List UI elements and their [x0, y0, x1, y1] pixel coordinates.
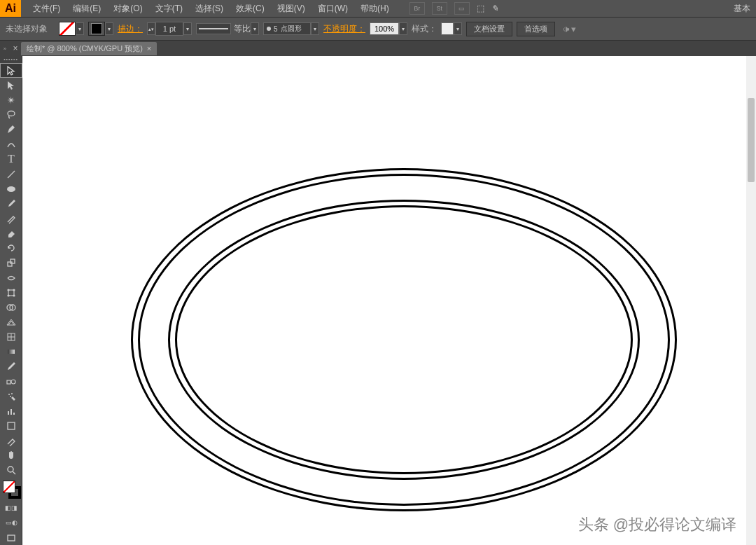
pencil-tool[interactable] — [0, 211, 22, 226]
svg-rect-3 — [8, 262, 12, 266]
svg-point-6 — [8, 289, 9, 291]
slice-tool[interactable] — [0, 434, 22, 448]
menu-edit[interactable]: 编辑(E) — [66, 3, 107, 15]
column-graph-tool[interactable] — [0, 403, 22, 418]
color-mode-row[interactable]: ◧◨ — [0, 501, 22, 516]
svg-line-26 — [13, 471, 15, 474]
workspace-switcher[interactable]: 基本 — [734, 3, 750, 15]
scale-tool[interactable] — [0, 256, 22, 270]
stroke-width-dropdown[interactable]: ▾ — [183, 22, 192, 35]
profile-dropdown[interactable]: ▾ — [251, 22, 259, 35]
svg-point-18 — [8, 394, 10, 395]
selection-tool[interactable] — [0, 63, 22, 78]
menu-help[interactable]: 帮助(H) — [354, 3, 396, 15]
menu-type[interactable]: 文字(T) — [149, 3, 189, 15]
svg-point-2 — [7, 186, 15, 192]
style-swatch[interactable] — [441, 22, 454, 35]
artboard-tool[interactable] — [0, 418, 22, 433]
svg-point-20 — [10, 396, 11, 397]
line-tool[interactable] — [0, 167, 22, 181]
free-transform-tool[interactable] — [0, 285, 22, 300]
menu-object[interactable]: 对象(O) — [107, 3, 148, 15]
svg-point-25 — [8, 467, 13, 472]
align-icon[interactable]: 🕩▾ — [562, 24, 576, 34]
direct-selection-tool[interactable] — [0, 78, 22, 92]
draw-mode-row[interactable]: ▭◐ — [0, 516, 22, 530]
arrange-docs-icon[interactable]: ▭ — [454, 2, 470, 15]
tab-expand-icon[interactable]: » — [0, 46, 10, 52]
preferences-button[interactable]: 首选项 — [517, 22, 555, 36]
shape-builder-tool[interactable] — [0, 300, 22, 315]
stroke-dropdown[interactable]: ▾ — [105, 22, 113, 35]
menu-select[interactable]: 选择(S) — [189, 3, 230, 15]
blend-tool[interactable] — [0, 374, 22, 389]
profile-label: 等比 — [234, 23, 251, 35]
opacity-input[interactable] — [370, 22, 399, 35]
symbol-sprayer-tool[interactable] — [0, 389, 22, 403]
svg-point-0 — [8, 111, 15, 116]
brush-def[interactable]: 5 点圆形 — [263, 22, 311, 35]
width-tool[interactable] — [0, 270, 22, 285]
canvas[interactable] — [22, 56, 756, 545]
menu-items: 文件(F) 编辑(E) 对象(O) 文字(T) 选择(S) 效果(C) 视图(V… — [27, 3, 396, 15]
toolbar-grip[interactable]: •••••• — [0, 56, 22, 63]
svg-rect-27 — [8, 535, 15, 541]
menu-window[interactable]: 窗口(W) — [312, 3, 354, 15]
brush-dropdown[interactable]: ▾ — [311, 22, 319, 35]
svg-point-17 — [11, 380, 15, 384]
style-dropdown[interactable]: ▾ — [454, 22, 462, 35]
hand-tool[interactable] — [0, 448, 22, 463]
tab-list-close[interactable]: × — [10, 43, 21, 53]
curvature-tool[interactable] — [0, 137, 22, 152]
svg-rect-22 — [10, 409, 12, 415]
svg-rect-24 — [8, 422, 15, 429]
gradient-tool[interactable] — [0, 345, 22, 359]
stroke-profile[interactable] — [196, 23, 231, 34]
eyedropper-tool[interactable] — [0, 359, 22, 374]
type-tool[interactable]: T — [0, 152, 22, 167]
stroke-label[interactable]: 描边： — [118, 23, 143, 35]
scrollbar-thumb[interactable] — [748, 98, 755, 182]
tools-panel: •••••• ✴ T ◧◨ ▭◐ — [0, 56, 22, 545]
vertical-scrollbar[interactable] — [746, 56, 756, 545]
opacity-label[interactable]: 不透明度： — [323, 23, 365, 35]
paintbrush-tool[interactable] — [0, 196, 22, 211]
pen-tool[interactable] — [0, 123, 22, 137]
zoom-tool[interactable] — [0, 463, 22, 478]
ellipse-tool[interactable] — [0, 181, 22, 196]
document-tab[interactable]: 绘制* @ 800% (CMYK/GPU 预览) × — [21, 42, 157, 55]
eraser-tool[interactable] — [0, 226, 22, 241]
close-icon[interactable]: × — [147, 44, 151, 53]
stock-icon[interactable]: St — [432, 2, 447, 15]
opacity-dropdown[interactable]: ▾ — [399, 22, 407, 35]
control-bar: 未选择对象 ▾ ▾ 描边： ▴▾ ▾ 等比 ▾ 5 点圆形 ▾ 不透明度： ▾ … — [0, 17, 756, 41]
rotate-tool[interactable] — [0, 241, 22, 256]
screen-mode[interactable] — [0, 530, 22, 545]
menu-effect[interactable]: 效果(C) — [230, 3, 271, 15]
magic-wand-tool[interactable]: ✴ — [0, 92, 22, 107]
doc-setup-button[interactable]: 文档设置 — [466, 22, 512, 36]
svg-line-1 — [8, 171, 15, 178]
stroke-stepper[interactable]: ▴▾ — [147, 22, 155, 35]
svg-rect-16 — [7, 380, 10, 384]
lasso-tool[interactable] — [0, 108, 22, 123]
bridge-icon[interactable]: Br — [410, 2, 425, 15]
fill-stroke-control[interactable] — [0, 478, 22, 501]
svg-rect-5 — [8, 290, 14, 296]
svg-rect-21 — [8, 411, 9, 415]
gpu-icon[interactable]: ⬚ — [477, 4, 484, 13]
menu-file[interactable]: 文件(F) — [27, 3, 66, 15]
stroke-color-swatch[interactable] — [91, 23, 102, 34]
svg-rect-23 — [13, 413, 15, 415]
mesh-tool[interactable] — [0, 330, 22, 345]
feedback-icon[interactable]: ✎ — [491, 4, 498, 13]
svg-rect-4 — [10, 259, 15, 263]
svg-point-9 — [13, 295, 15, 296]
fill-dropdown[interactable]: ▾ — [76, 22, 84, 35]
menu-view[interactable]: 视图(V) — [271, 3, 312, 15]
stroke-width-input[interactable] — [155, 22, 183, 36]
ellipse-inner-2[interactable] — [175, 205, 633, 474]
fill-color-swatch[interactable] — [59, 22, 76, 36]
perspective-grid-tool[interactable] — [0, 315, 22, 329]
svg-rect-15 — [8, 350, 15, 354]
